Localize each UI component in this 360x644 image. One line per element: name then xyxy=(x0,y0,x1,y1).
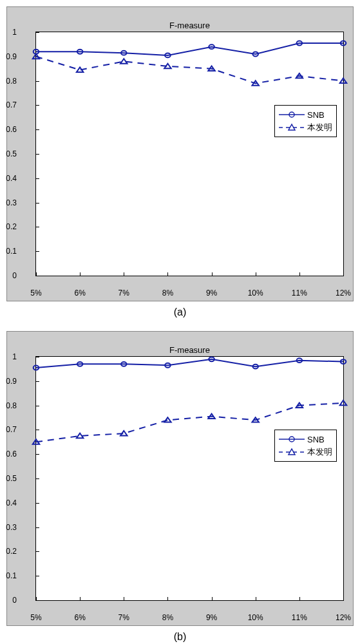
y-tick-label: 0.5 xyxy=(6,474,17,483)
y-tick-label: 0.9 xyxy=(6,377,17,386)
x-tick-label: 5% xyxy=(30,613,41,622)
x-tick-label: 11% xyxy=(292,613,307,622)
chart-panel-b: F-measure00.10.20.30.40.50.60.70.80.915%… xyxy=(6,331,354,626)
legend-swatch-icon xyxy=(279,435,305,444)
legend-row: 本发明 xyxy=(279,446,332,459)
x-tick-label: 6% xyxy=(74,289,85,298)
y-tick-label: 0.3 xyxy=(6,198,17,207)
triangle-marker-icon xyxy=(120,59,127,63)
legend-row: 本发明 xyxy=(279,121,332,134)
x-tick-label: 6% xyxy=(74,613,85,622)
x-tick-label: 8% xyxy=(162,613,173,622)
legend-row: SNB xyxy=(279,433,332,446)
y-tick-label: 0.8 xyxy=(6,401,17,410)
y-tick-label: 0.1 xyxy=(6,571,17,580)
triangle-marker-icon xyxy=(77,433,83,438)
y-tick-label: 0.7 xyxy=(6,100,17,109)
y-tick-label: 0.4 xyxy=(6,174,17,183)
y-tick-label: 0.9 xyxy=(6,52,17,61)
y-tick-label: 0.6 xyxy=(6,125,17,134)
y-tick-label: 0.6 xyxy=(6,450,17,459)
triangle-marker-icon xyxy=(33,54,39,59)
plot-area: F-measure00.10.20.30.40.50.60.70.80.915%… xyxy=(35,356,344,601)
y-tick-label: 0.5 xyxy=(6,149,17,158)
legend-label: SNB xyxy=(307,435,325,444)
x-tick-label: 5% xyxy=(30,289,41,298)
legend-row: SNB xyxy=(279,108,332,121)
y-tick-label: 0.7 xyxy=(6,425,17,434)
y-tick-label: 0.2 xyxy=(6,222,17,231)
x-tick-label: 7% xyxy=(118,613,129,622)
x-tick-label: 12% xyxy=(336,613,351,622)
x-tick-label: 12% xyxy=(336,289,351,298)
legend-label: 本发明 xyxy=(307,446,332,458)
y-tick-label: 1 xyxy=(12,352,17,361)
chart-title: F-measure xyxy=(36,21,343,30)
y-tick-label: 0 xyxy=(12,596,17,605)
legend: SNB本发明 xyxy=(274,430,337,462)
x-tick-label: 9% xyxy=(206,289,217,298)
y-tick-label: 0.3 xyxy=(6,523,17,532)
legend-label: 本发明 xyxy=(307,122,332,133)
y-tick-label: 0.8 xyxy=(6,77,17,86)
legend-label: SNB xyxy=(307,110,325,120)
x-tick-label: 10% xyxy=(248,289,263,298)
x-tick-label: 11% xyxy=(292,289,307,298)
triangle-marker-icon xyxy=(340,401,346,405)
plot-area: F-measure00.10.20.30.40.50.60.70.80.915%… xyxy=(35,32,344,276)
legend-swatch-icon xyxy=(279,448,305,457)
y-tick-label: 0.1 xyxy=(6,247,17,256)
subplot-label: (b) xyxy=(6,631,354,643)
y-tick-label: 0 xyxy=(12,271,17,280)
x-tick-label: 9% xyxy=(206,613,217,622)
x-tick-label: 10% xyxy=(248,613,263,622)
y-tick-label: 0.2 xyxy=(6,547,17,556)
triangle-marker-icon xyxy=(164,64,171,68)
triangle-marker-icon xyxy=(164,417,171,422)
y-tick-label: 0.4 xyxy=(6,498,17,507)
legend-swatch-icon xyxy=(279,110,305,119)
chart-title: F-measure xyxy=(36,345,343,355)
y-tick-label: 1 xyxy=(12,28,17,37)
legend: SNB本发明 xyxy=(274,105,337,137)
legend-swatch-icon xyxy=(279,123,305,132)
triangle-marker-icon xyxy=(77,67,83,71)
subplot-label: (a) xyxy=(6,307,354,318)
triangle-marker-icon xyxy=(120,431,127,435)
x-tick-label: 8% xyxy=(162,289,173,298)
chart-panel-a: F-measure00.10.20.30.40.50.60.70.80.915%… xyxy=(6,6,354,301)
x-tick-label: 7% xyxy=(118,289,129,298)
